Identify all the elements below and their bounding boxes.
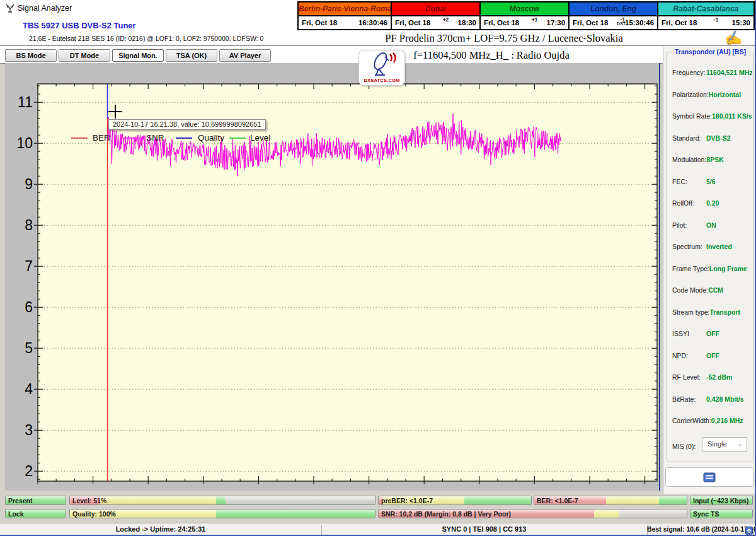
param-value: -52 dBm [706,373,732,381]
indicator-bar-level: Level: 51% [69,496,375,505]
param-value: 11604,521 MHz [706,69,753,76]
legend-label: BER [93,133,110,143]
legend-line-icon [176,137,192,139]
clock-hour: 15:30 [732,19,750,26]
legend-line-icon [71,137,88,139]
indicator-label: Lock [8,510,24,518]
tab-signal-mon[interactable]: Signal Mon. [112,49,164,62]
tuner-name: TBS 5927 USB DVB-S2 Tuner [23,21,136,30]
clock-time-row: Fri, Oct 18+218:30 [392,16,479,29]
transponder-row-standard: Standard:DVB-S2 [672,132,751,141]
save-button[interactable] [665,467,753,487]
param-label: FEC: [672,178,706,185]
param-label: Code Mode: [672,286,708,294]
tuner-details: 21.6E - Eutelsat 21B SES 16 (ID: 0216) @… [29,35,263,42]
clock-hour: 16:30:46 [358,19,387,26]
window-title: Signal Analyzer [18,4,72,13]
transponder-row-frame-type: Frame Type:Long Frame [672,262,751,271]
transponder-panel: Transponder (AU) [BS] Frequency:11604,52… [663,47,756,494]
mis-value: Single [707,440,727,448]
param-value: OFF [706,352,719,359]
indicator-bar-preber: preBER: <1.0E-7 [378,496,532,505]
param-value: DVB-S2 [706,134,731,142]
signature-icon: ✍ [723,29,743,48]
param-label: Symbol Rate: [672,112,712,120]
mis-select[interactable]: Single ⌄ [702,437,747,452]
svg-text:7: 7 [25,258,33,274]
statusbar-best-signal: Best signal: 10,6 dB (2024-10-17 16:22) [647,525,747,533]
logo-text: DXSATCS.COM [359,78,404,83]
indicator-bar-input: Input (~423 Kbps) [690,496,753,505]
header-divider [0,45,756,46]
clock-city: Dubai [392,3,479,16]
transponder-row-frequency: Frequency:11604,521 MHz [672,66,751,75]
param-value: CCM [708,286,723,294]
transponder-row-fec: FEC:5/6 [672,175,751,184]
param-value: 8PSK [706,156,723,163]
indicator-label: Quality: 100% [72,510,116,518]
clock-moscow: MoscowFri, Oct 18+117:30 [481,3,570,29]
clock-berlin: Berlin-Paris-Vienna-RomaFri, Oct 1816:30… [299,3,392,29]
param-value: 5/6 [706,178,716,185]
indicator-bar-quality: Quality: 100% [69,509,375,518]
snr-chart[interactable]: 234567891011 [5,63,660,491]
tab-dt-mode[interactable]: DT Mode [59,49,110,62]
param-value: ON [706,221,716,229]
transponder-group: Transponder (AU) [BS] Frequency:11604,52… [667,52,754,462]
param-value: Horizontal [709,91,741,98]
clock-rabat-casablanca: Rabat-CasablancaFri, Oct 18-115:30 [658,3,753,29]
param-label: RF Level: [672,373,706,381]
param-value: Transport [710,308,740,316]
transponder-row-issyi: ISSYIOFF [672,327,751,336]
clock-date: Fri, Oct 18 [302,19,337,26]
statusbar-lock-uptime: Locked -> Uptime: 24:25:31 [0,525,321,533]
clock-utc-offset: +1 [532,16,538,23]
indicator-label: Present [8,496,33,505]
clock-hour: 15:30:46 [625,19,654,26]
param-label: BitRate: [672,395,706,403]
clock-date: Fri, Oct 18 [662,19,697,26]
transponder-row-spectrum: Spectrum:Inverted [672,240,751,249]
clock-city: Rabat-Casablanca [658,3,753,16]
transponder-row-symbol-rate: Symbol Rate:180,011 KS/s [672,110,751,119]
param-value: Inverted [706,243,732,250]
param-value: 0.20 [706,199,719,207]
world-clock-table: Berlin-Paris-Vienna-RomaFri, Oct 1816:30… [297,1,755,30]
param-label: NPD: [672,352,706,359]
legend-line-icon [229,137,246,139]
legend-label: Level [250,133,270,143]
indicator-bar-lock: Lock [5,509,66,518]
indicator-bar-present: Present [5,496,66,505]
legend-label: SNR [146,133,164,143]
param-label: Stream type: [672,308,710,316]
param-label: Spectrum: [672,243,706,250]
clock-london-eng: London, EngFri, Oct 18-1DST15:30:46 [570,3,658,29]
resize-grip[interactable] [747,527,755,535]
param-label: Modulation: [672,156,706,163]
dxsatcs-logo: DXSATCS.COM [358,50,405,86]
transponder-row-code-mode: Code Mode:CCM [672,284,751,293]
param-value: 0,428 Mbit/s [706,395,744,403]
svg-text:10: 10 [16,135,33,151]
antenna-info: PF Prodelin 370cm+ LOF=9.75 GHz / Lucene… [302,32,706,45]
transponder-row-stream-type: Stream type:Transport [672,306,751,315]
tab-tsa-ok[interactable]: TSA (OK) [166,49,217,62]
legend-line-icon [124,137,140,139]
param-label: Standard: [672,134,706,142]
svg-text:3: 3 [25,422,33,438]
chevron-down-icon: ⌄ [737,437,743,450]
transponder-row-rolloff: RollOff:0.20 [672,197,751,206]
svg-text:5: 5 [25,340,33,356]
tab-av-player[interactable]: AV Player [219,49,271,62]
transponder-row-rf-level: RF Level:-52 dBm [672,371,751,380]
svg-text:8: 8 [25,217,33,233]
indicator-label: SNR: 10,2 dB (Margin: 0,8 dB | Very Poor… [381,510,511,518]
tab-bs-mode[interactable]: BS Mode [5,49,57,62]
transponder-row-polarization: Polarization:Horizontal [672,88,751,97]
statusbar-sync-counters: SYNC 0 | TEI 908 | CC 913 [321,525,647,533]
clock-utc-offset: +2 [443,16,449,23]
clock-hour: 18:30 [458,19,476,26]
clock-date: Fri, Oct 18 [395,19,430,26]
transponder-row-modulation: Modulation:8PSK [672,153,751,162]
indicator-label: Sync TS [693,510,719,518]
